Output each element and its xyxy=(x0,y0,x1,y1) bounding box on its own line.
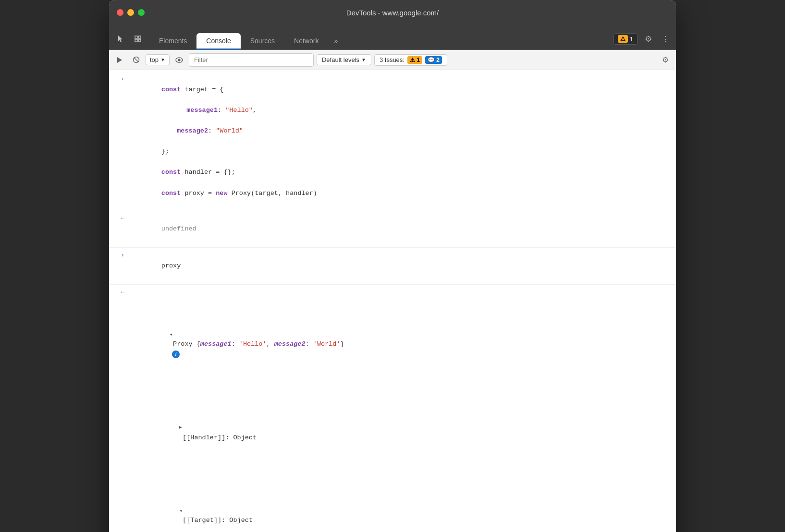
console-content: › const target = { message1: "Hello", me… xyxy=(109,70,676,532)
traffic-lights xyxy=(117,9,145,16)
tab-elements[interactable]: Elements xyxy=(149,33,196,49)
more-icon[interactable]: ⋮ xyxy=(659,32,672,46)
issues-warn-badge: ⚠ 1 xyxy=(407,56,422,64)
tab-network[interactable]: Network xyxy=(284,33,328,49)
target-expand-arrow[interactable]: ▾ xyxy=(176,509,185,512)
proxy-info-icon[interactable]: i xyxy=(172,351,180,358)
target-line: ▾ [[Target]]: Object xyxy=(130,495,672,532)
cursor-icon[interactable] xyxy=(113,31,128,47)
tab-more[interactable]: » xyxy=(328,33,343,49)
eye-icon[interactable] xyxy=(172,53,186,67)
warn-badge: ⚠ xyxy=(618,35,628,43)
window-title: DevTools - www.google.com/ xyxy=(346,9,439,17)
svg-rect-1 xyxy=(138,36,141,38)
svg-point-8 xyxy=(178,59,180,61)
console-settings-icon[interactable]: ⚙ xyxy=(659,53,672,67)
console-entry-undefined: ← undefined xyxy=(109,211,676,248)
tab-bar: Elements Console Sources Network » ⚠ 1 ⚙… xyxy=(109,25,676,50)
proxy-input-arrow: › xyxy=(109,250,126,261)
issues-label: 3 Issues: xyxy=(380,56,405,63)
tab-sources[interactable]: Sources xyxy=(241,33,284,49)
code-block-1: const target = { message1: "Hello", mess… xyxy=(126,73,676,210)
console-entry-proxy-output: ← ▾ Proxy {message1: 'Hello', message2: … xyxy=(109,285,676,532)
tabs: Elements Console Sources Network » xyxy=(149,33,613,49)
run-icon[interactable] xyxy=(113,53,126,67)
title-bar: DevTools - www.google.com/ xyxy=(109,0,676,25)
svg-rect-2 xyxy=(135,39,137,42)
proxy-top-line: ▾ Proxy {message1: 'Hello', message2: 'W… xyxy=(130,318,672,370)
issues-badge[interactable]: ⚠ 1 xyxy=(613,33,638,45)
top-select[interactable]: top ▼ xyxy=(146,54,170,65)
proxy-input-code: proxy xyxy=(126,250,676,283)
output-arrow: ← xyxy=(109,213,126,224)
proxy-output-code: ▾ Proxy {message1: 'Hello', message2: 'W… xyxy=(126,286,676,532)
svg-line-6 xyxy=(134,58,138,62)
console-toolbar: top ▼ Default levels ▼ 3 Issues: ⚠ 1 💬 2… xyxy=(109,50,676,70)
tab-console[interactable]: Console xyxy=(196,33,240,49)
settings-icon[interactable]: ⚙ xyxy=(641,32,655,46)
toolbar-right: ⚠ 1 ⚙ ⋮ xyxy=(613,32,672,49)
maximize-button[interactable] xyxy=(138,9,145,16)
close-button[interactable] xyxy=(117,9,123,16)
warn-count: 1 xyxy=(630,36,633,43)
console-entry-proxy-input: › proxy xyxy=(109,248,676,285)
svg-rect-0 xyxy=(135,36,137,38)
handler-line: ▶ [[Handler]]: Object xyxy=(130,411,672,453)
proxy-expand-arrow[interactable]: ▾ xyxy=(167,333,175,336)
issues-count[interactable]: 3 Issues: ⚠ 1 💬 2 xyxy=(374,54,447,66)
console-entry-1: › const target = { message1: "Hello", me… xyxy=(109,70,676,211)
undefined-output: undefined xyxy=(126,213,676,246)
input-arrow-1: › xyxy=(109,73,126,85)
issues-info-badge: 💬 2 xyxy=(425,56,442,64)
block-icon[interactable] xyxy=(129,53,143,67)
inspect-icon[interactable] xyxy=(130,31,146,47)
handler-expand-arrow[interactable]: ▶ xyxy=(179,423,182,432)
filter-input[interactable] xyxy=(189,53,314,67)
svg-rect-3 xyxy=(138,39,141,42)
svg-marker-4 xyxy=(117,57,122,63)
devtools-window: DevTools - www.google.com/ Elements xyxy=(109,0,676,532)
toolbar-left xyxy=(113,31,149,49)
levels-select[interactable]: Default levels ▼ xyxy=(317,54,371,65)
minimize-button[interactable] xyxy=(127,9,134,16)
proxy-output-arrow: ← xyxy=(109,286,126,298)
